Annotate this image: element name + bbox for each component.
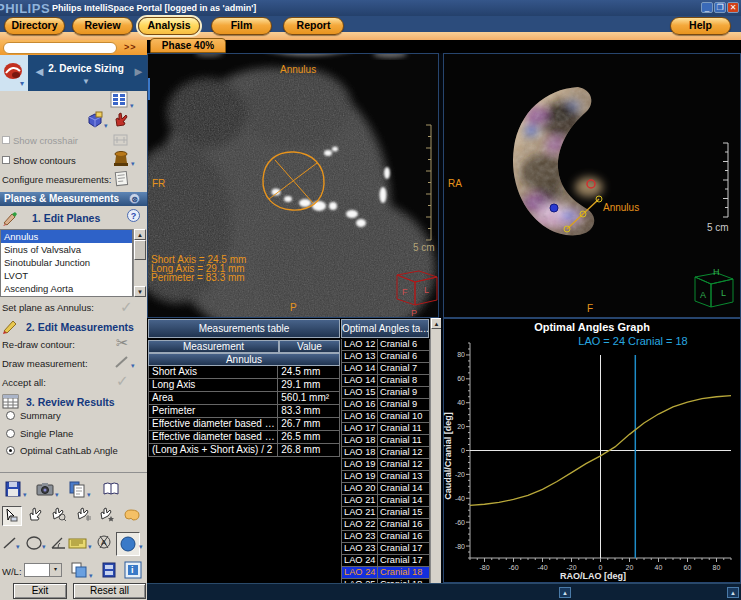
configure-measurements-icon[interactable] <box>113 170 131 190</box>
set-plane-check-icon[interactable]: ✓ <box>120 298 133 316</box>
circle-dropdown-caret[interactable]: ▾ <box>139 543 143 551</box>
table-row[interactable]: LAO 14Cranial 8 <box>341 375 430 387</box>
label-tool-icon[interactable] <box>68 536 88 552</box>
table-row[interactable]: LAO 18Cranial 11 <box>341 435 430 447</box>
table-row[interactable]: Short Axis24.5 mm <box>148 366 340 379</box>
measurements-col-value[interactable]: Value <box>279 340 340 353</box>
tab-film[interactable]: Film <box>211 17 272 35</box>
restore-button[interactable]: ❐ <box>714 2 726 13</box>
angle-tool-icon[interactable] <box>50 535 68 553</box>
compass-tool-icon[interactable]: A <box>96 534 114 553</box>
patient-selector[interactable] <box>3 42 117 54</box>
angles-table-scrollbar[interactable]: ▲ ▼ <box>430 318 441 583</box>
close-button[interactable]: ✕ <box>727 2 739 13</box>
exit-button[interactable]: Exit <box>13 583 67 599</box>
table-row[interactable]: Long Axis29.1 mm <box>148 379 340 392</box>
save-dropdown-caret[interactable]: ▾ <box>23 491 27 499</box>
table-row[interactable]: LAO 17Cranial 11 <box>341 423 430 435</box>
list-item[interactable]: Sinotubular Junction <box>1 256 132 269</box>
measurements-col-measurement[interactable]: Measurement <box>148 340 279 353</box>
draw-dropdown-caret[interactable]: ▾ <box>131 362 135 370</box>
list-item[interactable]: Ascending Aorta <box>1 282 132 295</box>
draw-measurement-icon[interactable] <box>114 355 130 371</box>
table-row[interactable]: LAO 24Cranial 18 <box>341 567 430 579</box>
table-row[interactable]: (Long Axis + Short Axis) / 226.8 mm <box>148 444 340 457</box>
layout-dropdown-caret[interactable]: ▾ <box>130 102 134 110</box>
step-dropdown-caret[interactable]: ▼ <box>82 77 90 86</box>
table-row[interactable]: LAO 18Cranial 12 <box>341 447 430 459</box>
contours-icon[interactable] <box>112 150 130 170</box>
table-row[interactable]: Effective diameter based on ...26.7 mm <box>148 418 340 431</box>
volume-cube-icon[interactable] <box>86 111 104 129</box>
minimize-button[interactable]: _ <box>701 2 713 13</box>
table-row[interactable]: LAO 20Cranial 14 <box>341 483 430 495</box>
optimal-angles-graph[interactable]: -80-60-40-20020406080-80-60-40-200204060… <box>443 318 741 583</box>
save-icon[interactable] <box>4 480 22 498</box>
info-icon[interactable]: i <box>124 561 142 579</box>
film-strip-icon[interactable] <box>100 561 118 579</box>
report-book-icon[interactable] <box>102 480 120 498</box>
ct-axial-view[interactable]: Annulus FR P Short Axis = 24.5 mm Long A… <box>147 53 439 318</box>
scroll-up-button-left[interactable]: ▲ <box>559 587 571 598</box>
radio-single-plane[interactable] <box>6 429 15 438</box>
ellipse-tool-icon[interactable] <box>25 535 43 553</box>
hand-tool-icon[interactable] <box>112 110 130 128</box>
copy-dropdown-caret[interactable]: ▾ <box>87 491 91 499</box>
reset-all-button[interactable]: Reset all <box>73 583 146 599</box>
circle-tool-icon[interactable] <box>116 532 140 556</box>
table-row[interactable]: LAO 23Cranial 17 <box>341 543 430 555</box>
adjust-hand-icon[interactable] <box>99 506 117 524</box>
contours-dropdown-caret[interactable]: ▾ <box>131 160 135 168</box>
table-row[interactable]: LAO 22Cranial 16 <box>341 519 430 531</box>
layout-icon[interactable] <box>110 91 128 109</box>
help-icon[interactable]: ? <box>127 209 140 222</box>
table-row[interactable]: Effective diameter based on ...26.5 mm <box>148 431 340 444</box>
snapshot-icon[interactable] <box>36 480 54 498</box>
table-row[interactable]: LAO 15Cranial 9 <box>341 387 430 399</box>
redraw-contour-icon[interactable]: ✂ <box>116 334 129 352</box>
bean-shape-icon[interactable] <box>122 508 142 524</box>
table-row[interactable]: LAO 21Cranial 15 <box>341 507 430 519</box>
show-contours-checkbox[interactable] <box>2 156 10 164</box>
table-row[interactable]: LAO 19Cranial 13 <box>341 471 430 483</box>
expand-panel-button[interactable]: >> <box>124 42 137 52</box>
duplicate-dropdown-caret[interactable]: ▾ <box>89 572 93 580</box>
label-dropdown-caret[interactable]: ▾ <box>88 543 92 551</box>
radio-summary[interactable] <box>6 411 15 420</box>
radio-optimal-cathlab[interactable] <box>6 446 15 455</box>
duplicate-view-icon[interactable] <box>70 561 88 579</box>
table-row[interactable]: LAO 12Cranial 6 <box>341 339 430 351</box>
table-row[interactable]: Perimeter83.3 mm <box>148 405 340 418</box>
table-row[interactable]: LAO 16Cranial 10 <box>341 411 430 423</box>
plane-list-scrollbar[interactable]: ▲ ▼ <box>133 229 146 297</box>
line-dropdown-caret[interactable]: ▾ <box>16 543 20 551</box>
tab-review[interactable]: Review <box>72 17 133 35</box>
show-crosshair-checkbox[interactable] <box>2 136 10 144</box>
accept-all-icon[interactable]: ✓ <box>116 372 129 390</box>
tab-directory[interactable]: Directory <box>4 17 65 35</box>
list-item[interactable]: LVOT <box>1 269 132 282</box>
table-row[interactable]: LAO 24Cranial 17 <box>341 555 430 567</box>
scroll-up-button-right[interactable]: ▲ <box>727 587 739 598</box>
planes-measurements-header[interactable]: Planes & Measurements ⊗ <box>0 192 147 206</box>
ct-slider[interactable] <box>147 78 150 100</box>
table-row[interactable]: LAO 13Cranial 6 <box>341 351 430 363</box>
pan-hand-icon[interactable] <box>27 506 45 524</box>
collapse-panel-icon[interactable]: ⊗ <box>129 193 140 204</box>
device-sizing-icon[interactable]: ▾ <box>0 55 28 91</box>
table-row[interactable]: LAO 23Cranial 16 <box>341 531 430 543</box>
wl-combobox[interactable]: ▾ <box>24 563 62 577</box>
phase-tab[interactable]: Phase 40% <box>150 38 226 53</box>
volume-3d-view[interactable]: Annulus RA F 5 cm H A L <box>443 53 741 318</box>
snapshot-dropdown-caret[interactable]: ▾ <box>55 491 59 499</box>
select-tool-icon[interactable] <box>2 506 22 526</box>
list-item[interactable]: Annulus <box>1 230 132 243</box>
cube-dropdown-caret[interactable]: ▾ <box>104 122 108 130</box>
window-hand-icon[interactable] <box>76 506 94 524</box>
help-button[interactable]: Help <box>670 17 731 35</box>
tab-analysis[interactable]: Analysis <box>138 17 200 35</box>
table-row[interactable]: LAO 19Cranial 12 <box>341 459 430 471</box>
next-step-arrow[interactable]: ► <box>132 64 145 79</box>
list-item[interactable]: Sinus of Valvsalva <box>1 243 132 256</box>
ellipse-dropdown-caret[interactable]: ▾ <box>42 543 46 551</box>
